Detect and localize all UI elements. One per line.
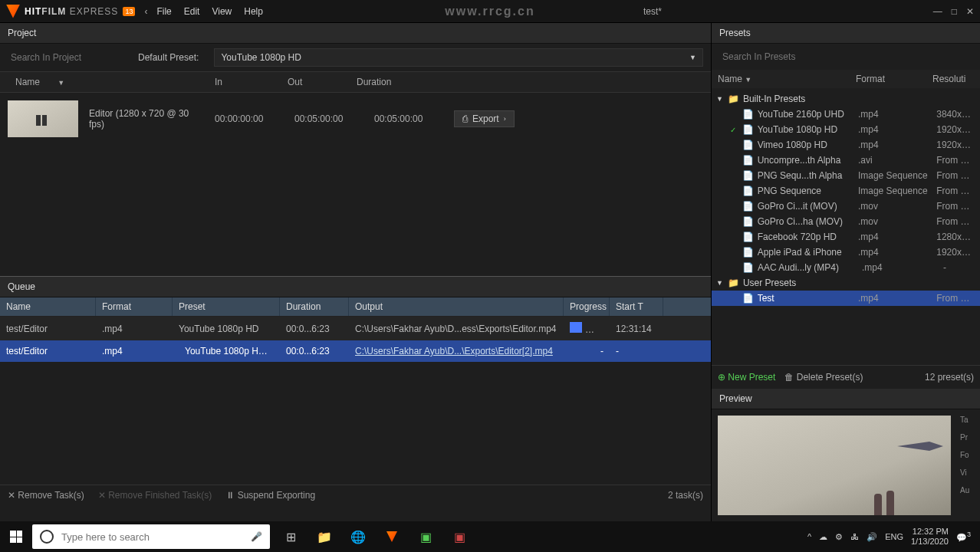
q-output: C:\Users\Fakhar Ayub\D...ess\Exports\Edi… bbox=[349, 321, 564, 337]
document-title: test* bbox=[643, 6, 662, 17]
back-button[interactable]: ‹ bbox=[144, 6, 147, 17]
task-view-button[interactable]: ⊞ bbox=[275, 521, 307, 552]
file-explorer-icon[interactable]: 📁 bbox=[308, 521, 340, 552]
new-preset-button[interactable]: ⊕ New Preset bbox=[718, 372, 775, 383]
project-row[interactable]: Editor (1280 x 720 @ 30 fps) 00:00:00:00… bbox=[0, 93, 711, 145]
presets-search-input[interactable] bbox=[719, 48, 972, 65]
user-folder[interactable]: ▼ 📁 User Presets bbox=[712, 275, 980, 291]
menu-view[interactable]: View bbox=[212, 6, 232, 17]
col-name[interactable]: Name ▼ bbox=[0, 72, 207, 92]
preset-item[interactable]: 📄Vimeo 1080p HD.mp41920x108 bbox=[712, 137, 980, 153]
preset-item[interactable]: 📄PNG Sequ...th AlphaImage SequenceFrom S… bbox=[712, 168, 980, 183]
qcol-progress[interactable]: Progress bbox=[564, 297, 610, 316]
qcol-preset[interactable]: Preset bbox=[173, 297, 280, 316]
preset-item[interactable]: 📄Uncompre...th Alpha.aviFrom Sou bbox=[712, 153, 980, 168]
taskbar-search[interactable]: 🎤 bbox=[32, 524, 270, 549]
language-indicator[interactable]: ENG bbox=[885, 532, 903, 541]
q-output-link[interactable]: C:\Users\Fakhar Ayub\D...\Exports\Editor… bbox=[349, 343, 564, 359]
file-icon: 📄 bbox=[742, 262, 753, 273]
menu-edit[interactable]: Edit bbox=[184, 6, 200, 17]
col-duration[interactable]: Duration bbox=[349, 72, 399, 92]
q-format: .mp4 bbox=[96, 343, 173, 359]
delete-preset-button[interactable]: 🗑 Delete Preset(s) bbox=[784, 372, 863, 383]
preset-resolution: 3840x216 bbox=[936, 109, 975, 120]
preview-tab[interactable]: Ta bbox=[960, 416, 977, 424]
preset-resolution: From Sou bbox=[936, 201, 975, 212]
preset-resolution: From Sou bbox=[936, 155, 975, 166]
preset-item[interactable]: 📄Facebook 720p HD.mp41280x720 bbox=[712, 229, 980, 245]
hitfilm-taskbar-icon[interactable] bbox=[376, 521, 408, 552]
camtasia-icon[interactable]: ▣ bbox=[443, 521, 475, 552]
qcol-name[interactable]: Name bbox=[0, 297, 96, 316]
presets-tree: ▼ 📁 Built-In Presets 📄YouTube 2160p UHD.… bbox=[712, 88, 980, 365]
qcol-format[interactable]: Format bbox=[96, 297, 173, 316]
notifications-icon[interactable]: 💬3 bbox=[956, 531, 971, 543]
col-in[interactable]: In bbox=[207, 72, 280, 92]
system-tray: ^ ☁ ⚙ 🖧 🔊 ENG 12:32 PM 1/13/2020 💬3 bbox=[807, 527, 980, 547]
check-icon: ✓ bbox=[730, 126, 738, 134]
network-icon[interactable]: 🖧 bbox=[850, 532, 859, 541]
queue-row[interactable]: test/Editor .mp4 YouTube 1080p HD 00:0..… bbox=[0, 317, 711, 340]
preset-item[interactable]: 📄GoPro Ci...it (MOV).movFrom Sou bbox=[712, 199, 980, 214]
default-preset-select[interactable]: YouTube 1080p HD ▼ bbox=[214, 48, 703, 67]
file-icon: 📄 bbox=[742, 109, 753, 120]
tray-chevron-icon[interactable]: ^ bbox=[807, 532, 811, 541]
pcol-format[interactable]: Format bbox=[856, 74, 932, 84]
preview-tab[interactable]: Vi bbox=[960, 468, 977, 477]
menu-file[interactable]: File bbox=[156, 6, 171, 17]
title-bar: HITFILM EXPRESS 13 ‹ File Edit View Help… bbox=[0, 0, 980, 23]
project-name: Editor (1280 x 720 @ 30 fps) bbox=[89, 108, 204, 130]
watermark-text: www.rrcg.cn bbox=[445, 5, 534, 18]
preset-format: .mp4 bbox=[858, 293, 932, 304]
qcol-output[interactable]: Output bbox=[349, 297, 564, 316]
project-search-input[interactable] bbox=[8, 49, 123, 66]
q-duration: 00:0...6:23 bbox=[280, 321, 349, 337]
menu-help[interactable]: Help bbox=[244, 6, 263, 17]
queue-row-selected[interactable]: test/Editor .mp4 YouTube 1080p HD ▼ 00:0… bbox=[0, 340, 711, 362]
preview-tab[interactable]: Au bbox=[960, 486, 977, 495]
close-button[interactable]: ✕ bbox=[966, 6, 974, 17]
clock[interactable]: 12:32 PM 1/13/2020 bbox=[911, 527, 949, 547]
col-out[interactable]: Out bbox=[280, 72, 349, 92]
qcol-duration[interactable]: Duration bbox=[280, 297, 349, 316]
volume-icon[interactable]: 🔊 bbox=[867, 532, 877, 542]
onedrive-icon[interactable]: ☁ bbox=[819, 532, 827, 542]
preset-name: PNG Sequence bbox=[758, 186, 853, 196]
qcol-start[interactable]: Start T bbox=[610, 297, 663, 316]
preset-item[interactable]: ✓📄YouTube 1080p HD.mp41920x108 bbox=[712, 122, 980, 137]
preset-item[interactable]: 📄Apple iPad & iPhone.mp41920x108 bbox=[712, 245, 980, 260]
tray-icon[interactable]: ⚙ bbox=[835, 532, 843, 542]
preview-tab[interactable]: Pr bbox=[960, 433, 977, 442]
preset-item[interactable]: 📄AAC Audi...ly (MP4).mp4- bbox=[712, 260, 980, 275]
presets-panel-header: Presets bbox=[712, 23, 980, 44]
preset-format: .mov bbox=[858, 201, 932, 212]
preview-tab[interactable]: Fo bbox=[960, 451, 977, 459]
q-preset-select[interactable]: YouTube 1080p HD ▼ bbox=[173, 343, 280, 359]
preset-resolution: From Sou bbox=[936, 186, 975, 196]
export-button[interactable]: ⎙ Export › bbox=[454, 110, 515, 127]
remove-task-button[interactable]: ✕ Remove Task(s) bbox=[8, 490, 84, 501]
mic-icon[interactable]: 🎤 bbox=[251, 531, 262, 542]
suspend-button[interactable]: ⏸ Suspend Exporting bbox=[225, 490, 315, 501]
chrome-icon[interactable]: 🌐 bbox=[342, 521, 374, 552]
remove-finished-button[interactable]: ✕ Remove Finished Task(s) bbox=[98, 490, 212, 501]
q-start: 12:31:14 bbox=[610, 321, 663, 337]
queue-column-headers: Name Format Preset Duration Output Progr… bbox=[0, 297, 711, 317]
task-count: 2 task(s) bbox=[668, 490, 703, 501]
start-button[interactable] bbox=[0, 521, 32, 552]
minimize-button[interactable]: — bbox=[933, 6, 942, 17]
taskbar-search-input[interactable] bbox=[61, 531, 243, 543]
file-icon: 📄 bbox=[742, 216, 753, 227]
preview-sidebar: Ta Pr Fo Vi Au bbox=[957, 409, 980, 521]
q-progress: - bbox=[564, 343, 610, 359]
preset-item[interactable]: 📄GoPro Ci...ha (MOV).movFrom Sou bbox=[712, 214, 980, 229]
pcol-resolution[interactable]: Resoluti bbox=[932, 74, 974, 84]
app-name: HITFILM EXPRESS bbox=[25, 6, 118, 17]
maximize-button[interactable]: □ bbox=[952, 6, 957, 17]
preset-item[interactable]: 📄YouTube 2160p UHD.mp43840x216 bbox=[712, 107, 980, 122]
builtin-folder[interactable]: ▼ 📁 Built-In Presets bbox=[712, 91, 980, 107]
preset-item[interactable]: 📄PNG SequenceImage SequenceFrom Sou bbox=[712, 183, 980, 199]
preset-item[interactable]: 📄Test.mp4From Sou bbox=[712, 291, 980, 306]
pcol-name[interactable]: Name ▼ bbox=[718, 74, 856, 84]
app-icon[interactable]: ▣ bbox=[409, 521, 442, 552]
